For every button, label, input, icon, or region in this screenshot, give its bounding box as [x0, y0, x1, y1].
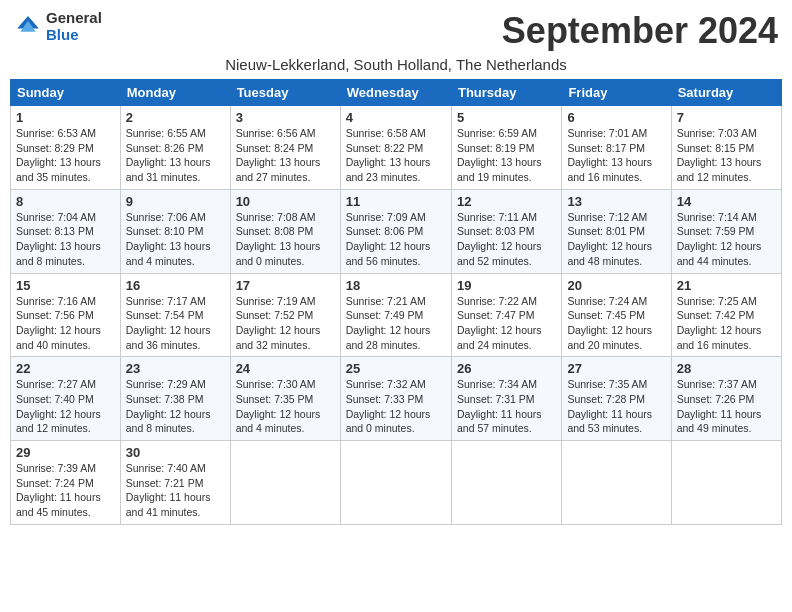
- day-info: Sunrise: 7:19 AM Sunset: 7:52 PM Dayligh…: [236, 294, 335, 353]
- calendar-cell: 17Sunrise: 7:19 AM Sunset: 7:52 PM Dayli…: [230, 273, 340, 357]
- day-number: 15: [16, 278, 115, 293]
- day-info: Sunrise: 6:58 AM Sunset: 8:22 PM Dayligh…: [346, 126, 446, 185]
- day-info: Sunrise: 7:12 AM Sunset: 8:01 PM Dayligh…: [567, 210, 665, 269]
- day-number: 26: [457, 361, 556, 376]
- calendar-cell: [671, 441, 781, 525]
- day-number: 19: [457, 278, 556, 293]
- calendar-cell: 25Sunrise: 7:32 AM Sunset: 7:33 PM Dayli…: [340, 357, 451, 441]
- day-number: 30: [126, 445, 225, 460]
- day-number: 21: [677, 278, 776, 293]
- day-number: 2: [126, 110, 225, 125]
- weekday-header-monday: Monday: [120, 80, 230, 106]
- calendar-cell: 6Sunrise: 7:01 AM Sunset: 8:17 PM Daylig…: [562, 106, 671, 190]
- calendar-cell: 8Sunrise: 7:04 AM Sunset: 8:13 PM Daylig…: [11, 189, 121, 273]
- weekday-header-friday: Friday: [562, 80, 671, 106]
- calendar-cell: 13Sunrise: 7:12 AM Sunset: 8:01 PM Dayli…: [562, 189, 671, 273]
- calendar-cell: 2Sunrise: 6:55 AM Sunset: 8:26 PM Daylig…: [120, 106, 230, 190]
- calendar-cell: 14Sunrise: 7:14 AM Sunset: 7:59 PM Dayli…: [671, 189, 781, 273]
- day-number: 8: [16, 194, 115, 209]
- day-info: Sunrise: 7:14 AM Sunset: 7:59 PM Dayligh…: [677, 210, 776, 269]
- day-info: Sunrise: 7:40 AM Sunset: 7:21 PM Dayligh…: [126, 461, 225, 520]
- day-info: Sunrise: 6:55 AM Sunset: 8:26 PM Dayligh…: [126, 126, 225, 185]
- day-info: Sunrise: 7:21 AM Sunset: 7:49 PM Dayligh…: [346, 294, 446, 353]
- day-number: 3: [236, 110, 335, 125]
- day-number: 27: [567, 361, 665, 376]
- day-number: 28: [677, 361, 776, 376]
- day-info: Sunrise: 7:34 AM Sunset: 7:31 PM Dayligh…: [457, 377, 556, 436]
- calendar-cell: [451, 441, 561, 525]
- day-number: 25: [346, 361, 446, 376]
- day-info: Sunrise: 7:01 AM Sunset: 8:17 PM Dayligh…: [567, 126, 665, 185]
- day-number: 18: [346, 278, 446, 293]
- calendar-cell: 10Sunrise: 7:08 AM Sunset: 8:08 PM Dayli…: [230, 189, 340, 273]
- calendar-cell: [230, 441, 340, 525]
- day-info: Sunrise: 6:53 AM Sunset: 8:29 PM Dayligh…: [16, 126, 115, 185]
- day-number: 12: [457, 194, 556, 209]
- day-info: Sunrise: 6:59 AM Sunset: 8:19 PM Dayligh…: [457, 126, 556, 185]
- day-info: Sunrise: 7:16 AM Sunset: 7:56 PM Dayligh…: [16, 294, 115, 353]
- day-info: Sunrise: 7:35 AM Sunset: 7:28 PM Dayligh…: [567, 377, 665, 436]
- day-number: 17: [236, 278, 335, 293]
- calendar-cell: 18Sunrise: 7:21 AM Sunset: 7:49 PM Dayli…: [340, 273, 451, 357]
- calendar-week-1: 1Sunrise: 6:53 AM Sunset: 8:29 PM Daylig…: [11, 106, 782, 190]
- day-info: Sunrise: 7:32 AM Sunset: 7:33 PM Dayligh…: [346, 377, 446, 436]
- logo-blue-text: Blue: [46, 27, 102, 44]
- day-info: Sunrise: 6:56 AM Sunset: 8:24 PM Dayligh…: [236, 126, 335, 185]
- day-number: 14: [677, 194, 776, 209]
- weekday-header-sunday: Sunday: [11, 80, 121, 106]
- day-info: Sunrise: 7:09 AM Sunset: 8:06 PM Dayligh…: [346, 210, 446, 269]
- calendar-cell: 23Sunrise: 7:29 AM Sunset: 7:38 PM Dayli…: [120, 357, 230, 441]
- calendar-cell: 9Sunrise: 7:06 AM Sunset: 8:10 PM Daylig…: [120, 189, 230, 273]
- day-number: 16: [126, 278, 225, 293]
- day-info: Sunrise: 7:24 AM Sunset: 7:45 PM Dayligh…: [567, 294, 665, 353]
- day-info: Sunrise: 7:25 AM Sunset: 7:42 PM Dayligh…: [677, 294, 776, 353]
- day-number: 23: [126, 361, 225, 376]
- calendar-cell: 15Sunrise: 7:16 AM Sunset: 7:56 PM Dayli…: [11, 273, 121, 357]
- weekday-header-tuesday: Tuesday: [230, 80, 340, 106]
- calendar-cell: 1Sunrise: 6:53 AM Sunset: 8:29 PM Daylig…: [11, 106, 121, 190]
- logo: General Blue: [14, 10, 102, 43]
- day-info: Sunrise: 7:06 AM Sunset: 8:10 PM Dayligh…: [126, 210, 225, 269]
- calendar-cell: 28Sunrise: 7:37 AM Sunset: 7:26 PM Dayli…: [671, 357, 781, 441]
- day-info: Sunrise: 7:11 AM Sunset: 8:03 PM Dayligh…: [457, 210, 556, 269]
- day-info: Sunrise: 7:08 AM Sunset: 8:08 PM Dayligh…: [236, 210, 335, 269]
- day-number: 29: [16, 445, 115, 460]
- weekday-header-thursday: Thursday: [451, 80, 561, 106]
- day-info: Sunrise: 7:30 AM Sunset: 7:35 PM Dayligh…: [236, 377, 335, 436]
- calendar-cell: 19Sunrise: 7:22 AM Sunset: 7:47 PM Dayli…: [451, 273, 561, 357]
- day-info: Sunrise: 7:04 AM Sunset: 8:13 PM Dayligh…: [16, 210, 115, 269]
- day-info: Sunrise: 7:17 AM Sunset: 7:54 PM Dayligh…: [126, 294, 225, 353]
- calendar-cell: 16Sunrise: 7:17 AM Sunset: 7:54 PM Dayli…: [120, 273, 230, 357]
- logo-general-text: General: [46, 10, 102, 27]
- day-info: Sunrise: 7:37 AM Sunset: 7:26 PM Dayligh…: [677, 377, 776, 436]
- day-number: 20: [567, 278, 665, 293]
- calendar-cell: 4Sunrise: 6:58 AM Sunset: 8:22 PM Daylig…: [340, 106, 451, 190]
- weekday-header-saturday: Saturday: [671, 80, 781, 106]
- day-info: Sunrise: 7:22 AM Sunset: 7:47 PM Dayligh…: [457, 294, 556, 353]
- day-number: 11: [346, 194, 446, 209]
- calendar-cell: 11Sunrise: 7:09 AM Sunset: 8:06 PM Dayli…: [340, 189, 451, 273]
- calendar-cell: [562, 441, 671, 525]
- day-number: 9: [126, 194, 225, 209]
- day-number: 13: [567, 194, 665, 209]
- calendar-cell: 24Sunrise: 7:30 AM Sunset: 7:35 PM Dayli…: [230, 357, 340, 441]
- day-info: Sunrise: 7:27 AM Sunset: 7:40 PM Dayligh…: [16, 377, 115, 436]
- calendar-cell: 27Sunrise: 7:35 AM Sunset: 7:28 PM Dayli…: [562, 357, 671, 441]
- day-number: 6: [567, 110, 665, 125]
- calendar-week-5: 29Sunrise: 7:39 AM Sunset: 7:24 PM Dayli…: [11, 441, 782, 525]
- day-number: 10: [236, 194, 335, 209]
- day-number: 7: [677, 110, 776, 125]
- weekday-header-wednesday: Wednesday: [340, 80, 451, 106]
- location-title: Nieuw-Lekkerland, South Holland, The Net…: [10, 56, 782, 73]
- day-info: Sunrise: 7:29 AM Sunset: 7:38 PM Dayligh…: [126, 377, 225, 436]
- day-info: Sunrise: 7:39 AM Sunset: 7:24 PM Dayligh…: [16, 461, 115, 520]
- header: General Blue September 2024: [10, 10, 782, 52]
- calendar-cell: 22Sunrise: 7:27 AM Sunset: 7:40 PM Dayli…: [11, 357, 121, 441]
- logo-icon: [14, 13, 42, 41]
- calendar-week-3: 15Sunrise: 7:16 AM Sunset: 7:56 PM Dayli…: [11, 273, 782, 357]
- calendar-cell: 7Sunrise: 7:03 AM Sunset: 8:15 PM Daylig…: [671, 106, 781, 190]
- day-number: 4: [346, 110, 446, 125]
- calendar-week-2: 8Sunrise: 7:04 AM Sunset: 8:13 PM Daylig…: [11, 189, 782, 273]
- calendar-cell: 30Sunrise: 7:40 AM Sunset: 7:21 PM Dayli…: [120, 441, 230, 525]
- calendar-week-4: 22Sunrise: 7:27 AM Sunset: 7:40 PM Dayli…: [11, 357, 782, 441]
